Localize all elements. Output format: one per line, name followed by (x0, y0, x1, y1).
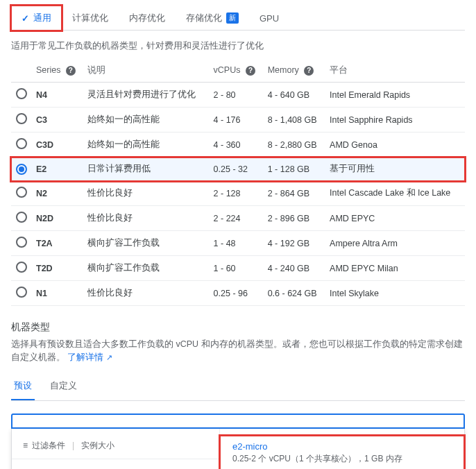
memory-cell: 2 - 896 GB (264, 206, 325, 231)
tab-storage-label: 存储优化 (186, 12, 222, 24)
vcpus-cell: 1 - 60 (210, 256, 264, 281)
series-cell: T2A (32, 231, 83, 256)
option-spec: 0.25-2 个 vCPU（1 个共享核心），1 GB 内存 (232, 453, 452, 465)
table-row[interactable]: N2 性价比良好 2 - 128 2 - 864 GB Intel Cascad… (11, 181, 465, 206)
series-table: Series ? 说明 vCPUs ? Memory ? 平台 N4 灵活且针对… (11, 59, 465, 306)
series-cell: C3D (32, 133, 83, 157)
dropdown-option[interactable]: e2-micro 0.25-2 个 vCPU（1 个共享核心），1 GB 内存 (220, 436, 464, 470)
vcpus-cell: 2 - 224 (210, 206, 264, 231)
table-row[interactable]: E2 日常计算费用低 0.25 - 32 1 - 128 GB 基于可用性 (11, 157, 465, 181)
machine-type-desc: 选择具有预设数且适合大多数工作负载的 vCPU 和内存的机器类型。或者，您也可以… (11, 338, 465, 364)
tab-gpu[interactable]: GPU (249, 6, 289, 30)
series-radio[interactable] (16, 287, 27, 298)
tab-description: 适用于常见工作负载的机器类型，针对费用和灵活性进行了优化 (11, 31, 465, 59)
new-badge: 新 (226, 12, 239, 24)
table-row[interactable]: T2A 横向扩容工作负载 1 - 48 4 - 192 GB Ampere Al… (11, 231, 465, 256)
vcpus-cell: 2 - 80 (210, 83, 264, 108)
check-icon: ✓ (22, 13, 29, 24)
table-row[interactable]: T2D 横向扩容工作负载 1 - 60 4 - 240 GB AMD EPYC … (11, 256, 465, 281)
vcpus-cell: 0.25 - 96 (210, 281, 264, 306)
series-radio[interactable] (16, 113, 27, 124)
series-cell: E2 (32, 157, 83, 181)
memory-cell: 2 - 864 GB (264, 181, 325, 206)
th-platform: 平台 (325, 59, 465, 83)
series-cell: N2D (32, 206, 83, 231)
series-cell: N1 (32, 281, 83, 306)
machine-type-title: 机器类型 (11, 321, 465, 334)
category-tabs: ✓ 通用 计算优化 内存优化 存储优化 新 GPU (11, 6, 465, 31)
vcpus-cell: 1 - 48 (210, 231, 264, 256)
desc-cell: 日常计算费用低 (83, 157, 209, 181)
series-radio[interactable] (16, 88, 27, 99)
platform-cell: Intel Cascade Lake 和 Ice Lake (325, 181, 465, 206)
series-cell: C3 (32, 108, 83, 133)
filter-value: 实例大小 (81, 440, 114, 452)
tab-compute[interactable]: 计算优化 (62, 6, 119, 30)
platform-cell: Intel Sapphire Rapids (325, 108, 465, 133)
th-series: Series ? (32, 59, 83, 83)
dropdown-filter-header: ≡ 过滤条件 | 实例大小 (12, 436, 219, 459)
memory-cell: 8 - 1,408 GB (264, 108, 325, 133)
tab-memory-label: 内存优化 (129, 12, 165, 24)
dropdown-categories: ≡ 过滤条件 | 实例大小 共享核心标准高内存高 CPU (12, 429, 220, 470)
th-memory: Memory ? (264, 59, 325, 83)
desc-cell: 始终如一的高性能 (83, 108, 209, 133)
vcpus-cell: 4 - 176 (210, 108, 264, 133)
machine-subtabs: 预设 自定义 (11, 374, 465, 401)
tab-storage[interactable]: 存储优化 新 (176, 6, 249, 30)
platform-cell: Intel Emerald Rapids (325, 83, 465, 108)
tab-gpu-label: GPU (260, 13, 279, 24)
subtab-custom[interactable]: 自定义 (47, 374, 80, 400)
platform-cell: Intel Skylake (325, 281, 465, 306)
platform-cell: AMD Genoa (325, 133, 465, 157)
series-radio[interactable] (16, 262, 27, 273)
series-cell: N2 (32, 181, 83, 206)
series-radio[interactable] (16, 164, 27, 175)
table-row[interactable]: C3 始终如一的高性能 4 - 176 8 - 1,408 GB Intel S… (11, 108, 465, 133)
series-cell: T2D (32, 256, 83, 281)
series-cell: N4 (32, 83, 83, 108)
option-name: e2-micro (232, 441, 452, 452)
desc-cell: 性价比良好 (83, 206, 209, 231)
desc-cell: 横向扩容工作负载 (83, 231, 209, 256)
table-row[interactable]: C3D 始终如一的高性能 4 - 360 8 - 2,880 GB AMD Ge… (11, 133, 465, 157)
tab-general-label: 通用 (33, 12, 51, 24)
series-radio[interactable] (16, 212, 27, 223)
machine-type-select[interactable] (11, 413, 465, 429)
platform-cell: AMD EPYC Milan (325, 256, 465, 281)
vcpus-cell: 4 - 360 (210, 133, 264, 157)
memory-cell: 4 - 240 GB (264, 256, 325, 281)
desc-cell: 始终如一的高性能 (83, 133, 209, 157)
th-vcpus: vCPUs ? (210, 59, 264, 83)
learn-more-link[interactable]: 了解详情 ↗ (67, 352, 112, 362)
vcpus-cell: 2 - 128 (210, 181, 264, 206)
table-row[interactable]: N4 灵活且针对费用进行了优化 2 - 80 4 - 640 GB Intel … (11, 83, 465, 108)
series-radio[interactable] (16, 187, 27, 198)
memory-cell: 4 - 192 GB (264, 231, 325, 256)
memory-cell: 0.6 - 624 GB (264, 281, 325, 306)
desc-cell: 横向扩容工作负载 (83, 256, 209, 281)
machine-type-dropdown: ≡ 过滤条件 | 实例大小 共享核心标准高内存高 CPU e2-micro 0.… (11, 429, 465, 470)
th-desc: 说明 (83, 59, 209, 83)
vcpus-cell: 0.25 - 32 (210, 157, 264, 181)
tab-general[interactable]: ✓ 通用 (11, 6, 62, 31)
desc-cell: 灵活且针对费用进行了优化 (83, 83, 209, 108)
help-icon[interactable]: ? (66, 66, 76, 76)
table-row[interactable]: N2D 性价比良好 2 - 224 2 - 896 GB AMD EPYC (11, 206, 465, 231)
filter-icon: ≡ (23, 441, 28, 450)
platform-cell: Ampere Altra Arm (325, 231, 465, 256)
memory-cell: 8 - 2,880 GB (264, 133, 325, 157)
filter-label: 过滤条件 (32, 440, 65, 452)
help-icon[interactable]: ? (246, 66, 255, 76)
series-radio[interactable] (16, 138, 27, 149)
tab-memory[interactable]: 内存优化 (119, 6, 176, 30)
platform-cell: 基于可用性 (325, 157, 465, 181)
desc-cell: 性价比良好 (83, 281, 209, 306)
table-row[interactable]: N1 性价比良好 0.25 - 96 0.6 - 624 GB Intel Sk… (11, 281, 465, 306)
subtab-preset[interactable]: 预设 (11, 374, 35, 400)
platform-cell: AMD EPYC (325, 206, 465, 231)
help-icon[interactable]: ? (304, 66, 314, 76)
external-link-icon: ↗ (106, 353, 112, 361)
series-radio[interactable] (16, 237, 27, 248)
dropdown-category-item[interactable]: 共享核心 (12, 463, 219, 470)
